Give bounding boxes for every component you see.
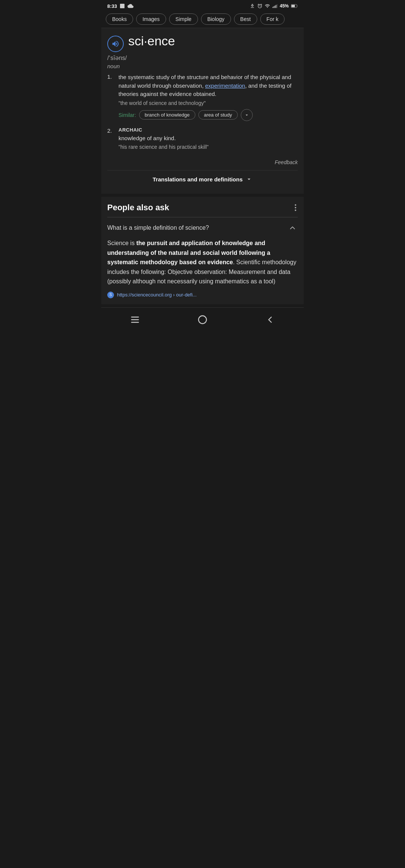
more-options-button[interactable]: [293, 203, 298, 213]
word-header: sci·ence: [107, 34, 298, 52]
nav-back-button[interactable]: [262, 312, 278, 329]
speaker-icon: [111, 40, 120, 48]
back-icon: [265, 314, 275, 325]
battery-percent: 45%: [280, 3, 289, 9]
similar-row: Similar: branch of knowledge area of stu…: [118, 109, 298, 121]
svg-rect-6: [291, 5, 295, 7]
people-also-ask-section: People also ask What is a simple definit…: [101, 197, 304, 304]
word-pronunciation: /ˈsīəns/: [107, 54, 298, 61]
source-url: https://sciencecouncil.org › our-defi...: [117, 292, 196, 298]
download-icon: [250, 3, 255, 9]
home-circle-icon: [197, 314, 208, 325]
source-favicon: S: [107, 292, 114, 298]
dictionary-section: sci·ence /ˈsīəns/ noun 1. the systematic…: [101, 28, 304, 194]
paa-source[interactable]: S https://sciencecouncil.org › our-defi.…: [107, 292, 298, 298]
def-text-2: knowledge of any kind.: [118, 134, 298, 143]
cloud-icon: [128, 3, 134, 9]
similar-chip-branch[interactable]: branch of knowledge: [139, 110, 195, 120]
feedback-link[interactable]: Feedback: [275, 159, 298, 165]
experimentation-link[interactable]: experimentation: [205, 82, 245, 89]
dot-3: [295, 210, 296, 211]
paa-question-row[interactable]: What is a simple definition of science?: [107, 223, 298, 233]
similar-label: Similar:: [118, 112, 136, 118]
chevron-up-icon: [288, 224, 297, 232]
chip-images[interactable]: Images: [136, 13, 166, 25]
paa-divider: [107, 217, 298, 217]
word-title: sci·ence: [128, 34, 175, 48]
collapse-question-button[interactable]: [287, 223, 298, 233]
chip-books[interactable]: Books: [106, 13, 133, 25]
translations-label: Translations and more definitions: [153, 176, 243, 183]
speaker-button[interactable]: [107, 36, 124, 52]
svg-point-10: [199, 316, 207, 323]
archaic-label: ARCHAIC: [118, 127, 298, 133]
word-title-container: sci·ence: [128, 34, 175, 48]
similar-chip-area[interactable]: area of study: [198, 110, 238, 120]
signal-icon: [272, 3, 278, 9]
definition-item-2: 2. ARCHAIC knowledge of any kind. "his r…: [107, 127, 298, 153]
svg-rect-3: [276, 5, 276, 8]
svg-rect-1: [273, 6, 274, 8]
translations-button[interactable]: Translations and more definitions: [107, 170, 298, 188]
chip-best[interactable]: Best: [234, 13, 257, 25]
def-number-2: 2.: [107, 127, 115, 153]
chevron-down-translations-icon: [246, 176, 252, 183]
battery-icon: [291, 4, 298, 8]
photo-icon: [119, 3, 125, 9]
definition-list: 1. the systematic study of the structure…: [107, 73, 298, 153]
menu-icon: [130, 314, 140, 325]
def-number-1: 1.: [107, 73, 115, 121]
paa-title: People also ask: [107, 203, 169, 213]
def-example-2: "his rare science and his practical skil…: [118, 144, 298, 150]
definition-item-1: 1. the systematic study of the structure…: [107, 73, 298, 121]
paa-header: People also ask: [107, 203, 298, 213]
chevron-down-icon: [244, 112, 249, 118]
alarm-icon: [257, 3, 262, 9]
status-time: 8:33: [107, 3, 117, 9]
def-content-2: ARCHAIC knowledge of any kind. "his rare…: [118, 127, 298, 153]
nav-bar: [101, 307, 304, 335]
status-left: 8:33: [107, 3, 134, 9]
nav-menu-button[interactable]: [128, 312, 142, 329]
chip-fork[interactable]: For k: [260, 13, 285, 25]
status-right: 45%: [250, 3, 298, 9]
def-text-1: the systematic study of the structure an…: [118, 73, 298, 99]
word-pos: noun: [107, 63, 298, 69]
paa-answer-intro: Science is: [107, 240, 136, 246]
svg-rect-0: [273, 7, 273, 8]
dot-1: [295, 204, 296, 206]
svg-rect-4: [277, 4, 278, 8]
nav-home-button[interactable]: [195, 312, 210, 329]
wifi-icon: [265, 3, 270, 9]
status-bar: 8:33 45%: [101, 0, 304, 10]
filter-bar: Books Images Simple Biology Best For k: [101, 10, 304, 28]
chip-simple[interactable]: Simple: [169, 13, 198, 25]
dot-2: [295, 207, 296, 208]
paa-question: What is a simple definition of science?: [107, 224, 287, 231]
expand-similar-button[interactable]: [241, 109, 253, 121]
def-content-1: the systematic study of the structure an…: [118, 73, 298, 121]
svg-rect-2: [274, 6, 275, 8]
feedback-row: Feedback: [107, 159, 298, 166]
chip-biology[interactable]: Biology: [201, 13, 231, 25]
def-example-1: "the world of science and technology": [118, 100, 298, 106]
paa-answer: Science is the pursuit and application o…: [107, 238, 298, 286]
